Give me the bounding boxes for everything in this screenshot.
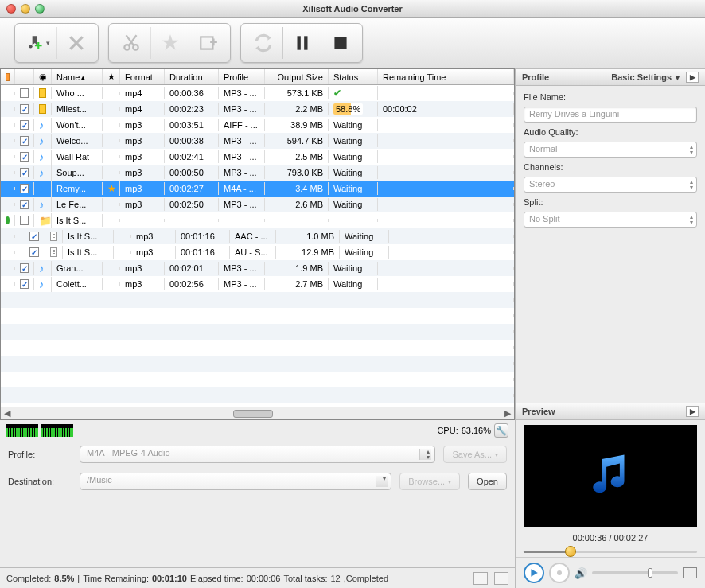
- row-size: 2.5 MB: [265, 150, 329, 163]
- row-size: 2.2 MB: [265, 103, 329, 115]
- row-checkbox[interactable]: [20, 216, 29, 225]
- row-checkbox[interactable]: [20, 168, 29, 177]
- row-checkbox[interactable]: [20, 88, 29, 98]
- row-profile: AAC - ...: [230, 230, 276, 243]
- status-detail-button[interactable]: [473, 572, 488, 585]
- row-remaining: [389, 251, 514, 254]
- table-row[interactable]: ♪Soup...mp300:00:50MP3 - ...793.0 KBWait…: [1, 165, 514, 181]
- table-row[interactable]: Who ...mp400:00:36MP3 - ...573.1 KB✔: [1, 85, 514, 101]
- basic-settings-dropdown[interactable]: Basic Settings▼: [611, 72, 681, 82]
- svg-point-0: [29, 45, 32, 48]
- row-checkbox[interactable]: [20, 152, 29, 162]
- window-title: Xilisoft Audio Converter: [0, 4, 705, 14]
- row-duration: 00:02:01: [165, 262, 219, 275]
- select-all-indicator-icon[interactable]: [6, 73, 10, 81]
- table-row[interactable]: Milest...mp400:02:23MP3 - ...2.2 MB58.8%…: [1, 101, 514, 117]
- row-format: mp3: [120, 119, 165, 131]
- column-duration[interactable]: Duration: [165, 69, 219, 84]
- remove-button[interactable]: [56, 27, 95, 59]
- audio-icon: ♪: [39, 135, 45, 147]
- row-duration: [165, 219, 219, 222]
- audio-quality-select[interactable]: Normal▴▾: [524, 142, 697, 158]
- row-status: Waiting: [329, 182, 378, 195]
- row-checkbox[interactable]: [20, 104, 29, 114]
- table-row[interactable]: ♪Remy...★mp300:02:27M4A - ...3.4 MBWaiti…: [1, 181, 514, 197]
- table-row[interactable]: 📁Is It S...: [1, 212, 514, 228]
- row-checkbox[interactable]: [20, 263, 29, 273]
- table-row[interactable]: ♪Wall Ratmp300:02:41MP3 - ...2.5 MBWaiti…: [1, 149, 514, 165]
- column-profile[interactable]: Profile: [219, 69, 265, 84]
- row-checkbox[interactable]: [20, 200, 29, 209]
- preview-seek-slider[interactable]: [524, 546, 697, 557]
- row-size: 3.4 MB: [265, 182, 329, 195]
- record-button[interactable]: [549, 563, 570, 583]
- row-checkbox[interactable]: [29, 247, 39, 257]
- channels-select[interactable]: Stereo▴▾: [524, 177, 697, 193]
- table-row[interactable]: Is It S...mp300:01:16AU - S...12.9 MBWai…: [1, 244, 514, 260]
- column-output-size[interactable]: Output Size: [265, 69, 329, 84]
- split-select[interactable]: No Split▴▾: [524, 212, 697, 228]
- row-checkbox[interactable]: [20, 184, 29, 193]
- table-row[interactable]: Is It S...mp300:01:16AAC - ...1.0 MBWait…: [1, 228, 514, 244]
- favorite-button[interactable]: [150, 27, 189, 59]
- row-status: Waiting: [329, 150, 378, 163]
- row-duration: 00:03:51: [165, 119, 219, 131]
- pause-button[interactable]: [282, 27, 321, 59]
- preview-area: [524, 425, 697, 528]
- row-format: mp3: [131, 230, 176, 243]
- add-profile-button[interactable]: [189, 27, 227, 59]
- cpu-settings-button[interactable]: 🔧: [494, 423, 508, 438]
- expand-preview-button[interactable]: ▶: [686, 406, 699, 417]
- table-row[interactable]: ♪Won't...mp300:03:51AIFF - ...38.9 MBWai…: [1, 117, 514, 133]
- row-profile: M4A - ...: [219, 182, 265, 195]
- volume-slider[interactable]: [592, 571, 678, 574]
- row-checkbox[interactable]: [29, 232, 39, 241]
- row-format: mp3: [120, 278, 165, 290]
- row-name: Who ...: [52, 87, 103, 99]
- fullscreen-button[interactable]: [683, 567, 697, 578]
- table-row[interactable]: ♪Le Fe...mp300:02:50MP3 - ...2.6 MBWaiti…: [1, 197, 514, 212]
- cut-button[interactable]: [112, 27, 150, 59]
- column-status[interactable]: Status: [329, 69, 378, 84]
- row-status: Waiting: [329, 166, 378, 179]
- convert-button[interactable]: [244, 27, 282, 59]
- table-row[interactable]: ♪Gran...mp300:02:01MP3 - ...1.9 MBWaitin…: [1, 260, 514, 276]
- row-profile: AU - S...: [230, 246, 276, 259]
- row-checkbox[interactable]: [20, 120, 29, 130]
- status-bar: Completed: 8.5% | Time Remaining: 00:01:…: [0, 567, 515, 588]
- expand-indicator-icon[interactable]: [6, 216, 10, 224]
- play-button[interactable]: [524, 563, 544, 583]
- audio-quality-label: Audio Quality:: [524, 127, 697, 137]
- column-star[interactable]: ★: [103, 69, 120, 84]
- titlebar: Xilisoft Audio Converter: [0, 0, 705, 18]
- audio-icon: ♪: [39, 263, 45, 275]
- row-checkbox[interactable]: [20, 136, 29, 146]
- column-remaining[interactable]: Remaining Time: [378, 69, 514, 84]
- check-icon: ✔: [333, 88, 341, 99]
- row-name: Is It S...: [63, 246, 114, 259]
- open-button[interactable]: Open: [468, 473, 507, 490]
- row-checkbox[interactable]: [20, 279, 29, 289]
- status-log-button[interactable]: [494, 572, 508, 585]
- browse-button[interactable]: Browse...▾: [399, 473, 460, 490]
- column-name[interactable]: Name: [52, 69, 103, 84]
- video-icon: [39, 88, 46, 98]
- horizontal-scrollbar[interactable]: ◀▶: [1, 407, 514, 419]
- column-type-icon[interactable]: ◉: [34, 69, 52, 84]
- row-status: Waiting: [340, 230, 389, 243]
- table-row[interactable]: ♪Colett...mp300:02:56MP3 - ...2.7 MBWait…: [1, 276, 514, 292]
- profile-select[interactable]: M4A - MPEG-4 Audio▴▾: [80, 446, 435, 463]
- svg-rect-4: [297, 36, 300, 49]
- stop-button[interactable]: [321, 27, 359, 59]
- add-file-button[interactable]: ▾: [18, 27, 56, 59]
- expand-profile-button[interactable]: ▶: [686, 72, 699, 83]
- destination-select[interactable]: /Music▾: [80, 473, 391, 490]
- table-row[interactable]: ♪Welco...mp300:00:38MP3 - ...594.7 KBWai…: [1, 133, 514, 149]
- row-format: mp3: [120, 134, 165, 147]
- filename-input[interactable]: Remy Drives a Linguini: [524, 107, 697, 123]
- profile-panel-title: Profile: [522, 72, 549, 82]
- column-format[interactable]: Format: [120, 69, 165, 84]
- volume-icon[interactable]: 🔊: [575, 567, 587, 579]
- row-remaining: [378, 282, 514, 286]
- save-as-button[interactable]: Save As...▾: [443, 446, 507, 463]
